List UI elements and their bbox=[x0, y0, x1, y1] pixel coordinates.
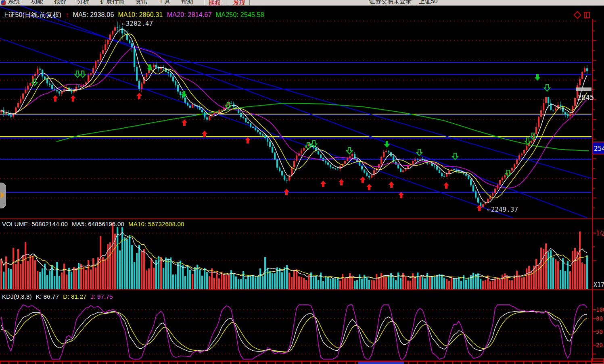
window-restore-icon[interactable] bbox=[584, 12, 590, 18]
volume-ma10-value: MA10: 56732608.00 bbox=[128, 220, 184, 227]
kdj-j-value: J: 97.75 bbox=[91, 293, 113, 300]
menu-button-1[interactable]: 发现 bbox=[229, 0, 250, 6]
menu-item-3[interactable]: 分析 bbox=[77, 0, 89, 6]
selected-date-marker bbox=[358, 362, 404, 364]
kdj-k-value: K: 86.77 bbox=[36, 293, 59, 300]
volume-title-bar: VOLUME: 50802144.00MA5: 64856196.00MA10:… bbox=[2, 220, 188, 227]
svg-text:2845: 2845 bbox=[577, 94, 594, 102]
svg-text:1亿: 1亿 bbox=[596, 230, 604, 237]
tdx-app-window: ←3202.47←2249.37284525451亿X17100805020 系… bbox=[0, 0, 604, 364]
menu-item-4[interactable]: 扩展行情 bbox=[100, 0, 124, 6]
annotations-layer: ←3202.47←2249.37284525451亿X17100805020 bbox=[122, 20, 604, 348]
svg-text:X17: X17 bbox=[594, 281, 604, 289]
svg-text:100: 100 bbox=[596, 306, 604, 313]
expand-arrow-icon bbox=[1, 192, 4, 198]
menu-item-6[interactable]: 工具 bbox=[158, 0, 170, 6]
svg-text:20: 20 bbox=[596, 342, 603, 348]
menu-bar: 系统功能报价分析扩展行情资讯工具帮助期权发现 证券交易未登录上证50 bbox=[0, 0, 604, 6]
panel-collapse-handle[interactable] bbox=[0, 183, 6, 208]
menu-item-0[interactable]: 系统 bbox=[8, 0, 20, 6]
volume-ma5-value: MA5: 64856196.00 bbox=[72, 220, 124, 227]
kdj-d-value: D: 81.27 bbox=[63, 293, 86, 300]
current-symbol-label[interactable]: 上证50 bbox=[419, 0, 438, 4]
svg-text:50: 50 bbox=[596, 329, 603, 335]
ma10-value: MA10: 2860.31 bbox=[118, 11, 163, 18]
app-logo-icon bbox=[1, 0, 6, 5]
chart-canvas[interactable]: ←3202.47←2249.37284525451亿X17100805020 bbox=[0, 0, 604, 364]
svg-text:←3202.47: ←3202.47 bbox=[122, 20, 153, 27]
ma250-line bbox=[56, 103, 589, 151]
ma20-value: MA20: 2814.67 bbox=[167, 11, 212, 18]
axis-layer bbox=[0, 19, 604, 364]
svg-text:←2249.37: ←2249.37 bbox=[487, 206, 518, 213]
chart-title-bar: 上证50(日线.前复权)↑MA5: 2938.06MA10: 2860.31MA… bbox=[2, 11, 268, 19]
menu-item-7[interactable]: 帮助 bbox=[181, 0, 193, 6]
diamond-icon[interactable] bbox=[573, 11, 581, 19]
menu-item-5[interactable]: 资讯 bbox=[135, 0, 147, 6]
svg-text:80: 80 bbox=[596, 315, 603, 322]
kdj-name[interactable]: KDJ(9,3,3) bbox=[2, 293, 32, 300]
menu-button-0[interactable]: 期权 bbox=[204, 0, 225, 6]
ma250-value: MA250: 2545.58 bbox=[216, 11, 264, 18]
ma-lines-layer bbox=[1, 29, 587, 203]
ma5-value: MA5: 2938.06 bbox=[73, 11, 114, 18]
volume-layer bbox=[0, 223, 588, 289]
menu-item-1[interactable]: 功能 bbox=[31, 0, 43, 6]
menu-item-list: 系统功能报价分析扩展行情资讯工具帮助期权发现 bbox=[8, 0, 253, 6]
svg-text:2545: 2545 bbox=[594, 145, 604, 152]
trendline-layer bbox=[0, 0, 591, 218]
symbol-title[interactable]: 上证50(日线.前复权) bbox=[2, 11, 61, 18]
volume-value: VOLUME: 50802144.00 bbox=[2, 220, 68, 227]
menu-item-2[interactable]: 报价 bbox=[54, 0, 66, 6]
kdj-title-bar: KDJ(9,3,3)K: 86.77D: 81.27J: 97.75 bbox=[2, 293, 117, 300]
login-status: 证券交易未登录 bbox=[369, 0, 412, 4]
up-arrow-icon: ↑ bbox=[65, 11, 69, 18]
